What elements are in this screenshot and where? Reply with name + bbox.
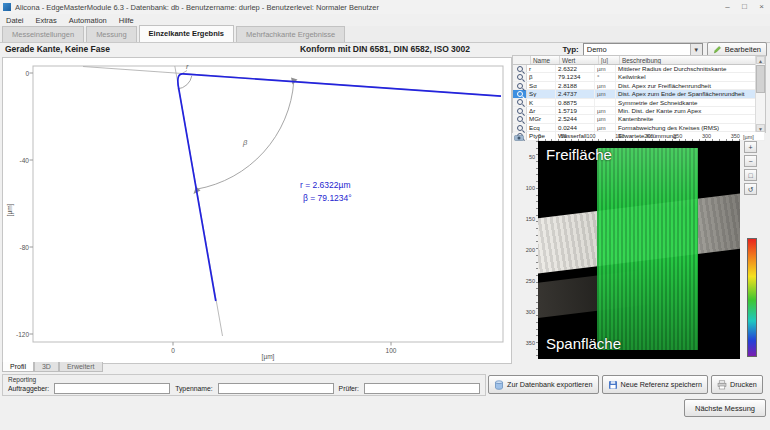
y-tick-40: -40 — [20, 157, 30, 164]
height-colorbar — [747, 238, 757, 357]
type-dropdown-value: Demo — [584, 45, 690, 54]
tab-messeinstellungen[interactable]: Messeinstellungen — [2, 26, 84, 42]
tab-erweitert[interactable]: Erweitert — [59, 362, 103, 372]
view3d-toolbar: + − □ ↺ — [744, 141, 766, 359]
camera-view-button[interactable] — [512, 133, 525, 141]
menu-hilfe[interactable]: Hilfe — [113, 16, 140, 25]
app-icon — [3, 3, 11, 11]
export-database-button[interactable]: Zur Datenbank exportieren — [488, 375, 599, 394]
close-button[interactable]: × — [753, 0, 770, 14]
surface-3d-view[interactable]: Freifläche Spanfläche — [538, 141, 740, 359]
col-beschreibung: Beschreibung — [620, 56, 765, 64]
magnifier-icon — [517, 99, 523, 105]
reporting-title: Reporting — [3, 375, 485, 383]
row-inspect-button-selected[interactable] — [513, 90, 527, 97]
table-row-r[interactable]: r 2.6322 µm Mittlerer Radius der Durchsc… — [513, 65, 765, 73]
table-row-deltar[interactable]: Δr 1.5719 µm Min. Dist. der Kante zum Ap… — [513, 107, 765, 115]
magnifier-icon — [517, 83, 523, 89]
auftraggeber-label: Auftraggeber: — [8, 385, 49, 392]
col-name: Name — [531, 56, 560, 64]
rotate-view-icon[interactable]: ↺ — [744, 183, 757, 195]
row-inspect-button[interactable] — [513, 99, 527, 106]
ruler-left: 50 100 150 200 250 300 350 — [520, 141, 539, 359]
zoom-in-icon[interactable]: + — [744, 141, 757, 153]
save-icon — [608, 380, 618, 390]
pruefer-input[interactable] — [364, 383, 480, 394]
zoom-out-icon[interactable]: − — [744, 155, 757, 167]
titlebar: Alicona - EdgeMasterModule 6.3 - Datenba… — [0, 0, 770, 15]
row-inspect-button[interactable] — [513, 115, 527, 122]
menu-extras[interactable]: Extras — [30, 16, 63, 25]
view3d-container: 50 100 150 200 250 300 350 Freifläche Sp… — [512, 141, 766, 359]
next-measurement-button[interactable]: Nächste Messung — [684, 399, 766, 417]
beta-symbol-label: β — [242, 138, 248, 147]
ruler-unit-label: [µm] — [743, 134, 754, 140]
table-row-sgamma[interactable]: Sγ 2.4737 µm Dist. Apex zum Ende der Spa… — [513, 90, 765, 98]
print-button[interactable]: Drucken — [711, 375, 763, 394]
main-tabbar: Messeinstellungen Messung Einzelkante Er… — [0, 26, 770, 43]
ruler-row: 0 50 100 150 200 250 300 350 [µm] — [512, 133, 766, 141]
table-row-beta[interactable]: β 79.1234 ° Keilwinkel — [513, 73, 765, 81]
minimize-button[interactable]: – — [719, 0, 736, 14]
table-row-salpha[interactable]: Sα 2.8188 µm Dist. Apex zur Freiflächenr… — [513, 82, 765, 90]
x-axis-label: [µm] — [262, 353, 275, 361]
scroll-down-icon[interactable]: ▼ — [756, 124, 765, 132]
row-inspect-button[interactable] — [513, 124, 527, 131]
save-reference-button[interactable]: Neue Referenz speichern — [602, 375, 709, 394]
scroll-up-icon[interactable]: ▲ — [756, 56, 765, 64]
profile-chart[interactable]: 0 -40 -80 -120 0 100 [µm] [µm] r β r = 2… — [2, 57, 512, 364]
maximize-button[interactable]: □ — [736, 0, 753, 14]
magnifier-icon — [517, 116, 523, 122]
y-tick-80: -80 — [20, 244, 30, 251]
x-tick-100: 100 — [386, 347, 397, 354]
row-inspect-button[interactable] — [513, 107, 527, 114]
view-tabbar: Profil 3D Erweitert — [2, 362, 103, 372]
results-panel: Name Wert [u] Beschreibung r 2.6322 µm M… — [512, 55, 766, 361]
magnifier-icon — [517, 91, 523, 97]
printer-icon — [717, 380, 727, 390]
y-axis-label: [µm] — [6, 203, 14, 216]
action-buttons: Zur Datenbank exportieren Neue Referenz … — [488, 375, 768, 394]
row-inspect-button[interactable] — [513, 82, 527, 89]
col-unit: [u] — [599, 56, 620, 64]
tab-profil[interactable]: Profil — [2, 362, 34, 372]
camera-icon — [514, 134, 524, 141]
tab-mehrfachkante-ergebnisse[interactable]: Mehrfachkante Ergebnisse — [236, 26, 345, 42]
row-inspect-button[interactable] — [513, 65, 527, 72]
spanflaeche-label: Spanfläche — [546, 335, 621, 352]
magnifier-icon — [517, 125, 523, 131]
table-row-mgr[interactable]: MGr 2.5244 µm Kantenbreite — [513, 115, 765, 123]
auftraggeber-input[interactable] — [54, 383, 170, 394]
table-row-k[interactable]: K 0.8875 Symmetrie der Schneidkante — [513, 99, 765, 107]
database-icon — [494, 380, 504, 390]
x-tick-0: 0 — [171, 347, 175, 354]
annotation-radius: r = 2.6322µm — [300, 180, 351, 190]
y-tick-0: 0 — [25, 70, 29, 77]
menu-automation[interactable]: Automation — [63, 16, 113, 25]
header-icon-cell — [513, 56, 531, 64]
typenname-input[interactable] — [218, 383, 334, 394]
plot-frame — [33, 66, 503, 342]
table-scrollbar[interactable]: ▲ ▼ — [755, 56, 765, 132]
scrollbar-thumb[interactable] — [756, 65, 765, 93]
tab-3d[interactable]: 3D — [34, 362, 59, 372]
col-wert: Wert — [560, 56, 599, 64]
results-table: Name Wert [u] Beschreibung r 2.6322 µm M… — [512, 55, 766, 133]
app-window: Alicona - EdgeMasterModule 6.3 - Datenba… — [0, 0, 770, 430]
table-row-ecq[interactable]: Ecq 0.0244 µm Formabweichung des Kreises… — [513, 124, 765, 132]
magnifier-icon — [517, 66, 523, 72]
chevron-down-icon: ▼ — [690, 44, 702, 56]
menu-datei[interactable]: Datei — [0, 16, 30, 25]
tab-einzelkante-ergebnis[interactable]: Einzelkante Ergebnis — [139, 25, 234, 42]
tab-messung[interactable]: Messung — [86, 26, 136, 42]
typenname-label: Typenname: — [175, 385, 212, 392]
selected-region-overlay — [597, 148, 698, 351]
magnifier-icon — [517, 108, 523, 114]
type-label: Typ: — [562, 45, 578, 54]
row-inspect-button[interactable] — [513, 73, 527, 80]
fit-view-icon[interactable]: □ — [744, 169, 757, 181]
freiflaeche-label: Freifläche — [546, 146, 612, 163]
pencil-icon — [713, 45, 722, 54]
window-title: Alicona - EdgeMasterModule 6.3 - Datenba… — [15, 3, 379, 12]
magnifier-icon — [517, 74, 523, 80]
